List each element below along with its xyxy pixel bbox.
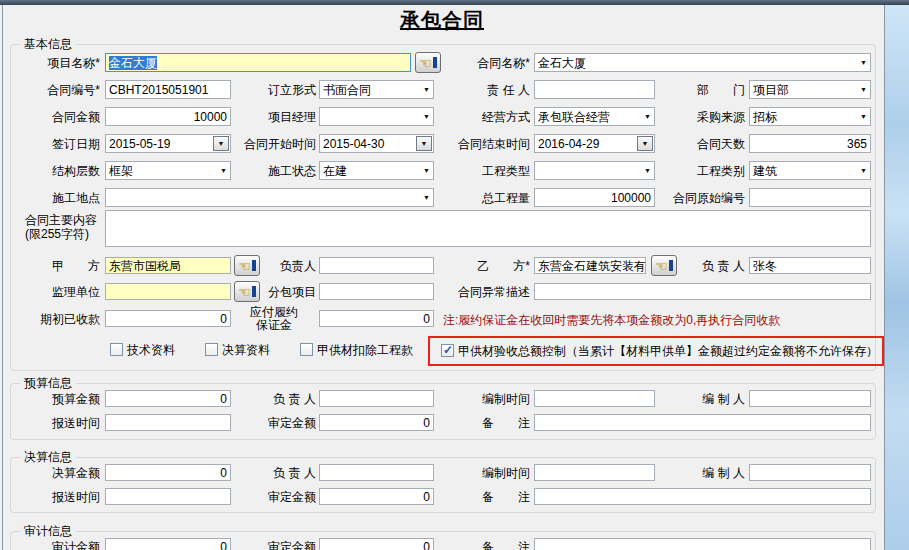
final-amount-label: 决算金额: [6, 465, 100, 482]
party-b-picker-button[interactable]: ☜: [651, 255, 677, 276]
final-approved-field[interactable]: 0: [319, 488, 434, 505]
budget-head-field[interactable]: [319, 390, 434, 407]
budget-compile-time-field[interactable]: [534, 390, 655, 407]
end-date-field[interactable]: 2016-04-29▼: [534, 134, 655, 153]
amount-field[interactable]: 10000: [105, 107, 231, 126]
window-right-frame: [885, 5, 909, 550]
budget-remark-label: 备 注: [436, 415, 530, 432]
init-received-field[interactable]: 0: [105, 310, 231, 327]
budget-head-label: 负 责 人: [226, 391, 316, 408]
budget-approved-field[interactable]: 0: [319, 414, 434, 431]
final-head-field[interactable]: [319, 464, 434, 481]
deposit-label: 应付履约 保证金: [232, 306, 316, 332]
page-title: 承包合同: [0, 7, 884, 34]
party-a-head-field[interactable]: [319, 257, 434, 274]
main-content-label: 合同主要内容 (限255字符): [25, 213, 105, 241]
window-top-edge: [0, 0, 909, 5]
calendar-dropdown-button[interactable]: ▼: [637, 136, 653, 151]
checkbox-deduct-material-label: 甲供材扣除工程款: [317, 343, 413, 357]
final-head-label: 负 责 人: [226, 465, 316, 482]
party-a-field[interactable]: 东营市国税局: [105, 257, 231, 274]
budget-submit-time-field[interactable]: [105, 414, 231, 431]
orig-no-field[interactable]: [749, 188, 871, 207]
biz-mode-dropdown[interactable]: 承包联合经营▼: [534, 107, 655, 126]
calendar-dropdown-button[interactable]: ▼: [416, 136, 432, 151]
budget-amount-label: 预算金额: [6, 391, 100, 408]
budget-remark-field[interactable]: [534, 414, 871, 431]
project-manager-dropdown[interactable]: ▼: [319, 107, 434, 126]
budget-compiler-label: 编 制 人: [654, 391, 745, 408]
location-dropdown[interactable]: ▼: [105, 188, 434, 207]
amount-label: 合同金额: [6, 109, 100, 126]
checkbox-material-total-control[interactable]: [441, 344, 454, 357]
audit-remark-field[interactable]: [534, 538, 871, 550]
budget-amount-field[interactable]: 0: [105, 390, 231, 407]
final-remark-label: 备 注: [436, 489, 530, 506]
main-content-textarea[interactable]: [105, 210, 871, 247]
supervisor-label: 监理单位: [6, 284, 100, 301]
checkbox-material-total-control-label: 甲供材验收总额控制（当累计【材料甲供单】金额超过约定金额将不允许保存）: [458, 344, 878, 358]
audit-amount-field[interactable]: 0: [105, 538, 231, 550]
audit-approved-label: 审定金额: [226, 539, 316, 550]
duty-person-field[interactable]: [534, 80, 655, 99]
final-compile-time-field[interactable]: [534, 464, 655, 481]
subproject-field[interactable]: [319, 283, 434, 300]
supervisor-field[interactable]: [105, 283, 231, 300]
project-name-field[interactable]: 金石大厦: [105, 53, 411, 72]
party-b-dropdown[interactable]: 东营金石建筑安装有▼: [534, 257, 646, 274]
structure-dropdown[interactable]: 框架▼: [105, 161, 231, 180]
duty-person-label: 责 任 人: [436, 82, 530, 99]
party-b-label: 乙 方*: [436, 258, 530, 275]
dropdown-arrow-icon: ▼: [423, 164, 430, 178]
card-icon: [669, 260, 673, 271]
proj-class-dropdown[interactable]: 建筑▼: [749, 161, 871, 180]
final-submit-time-field[interactable]: [105, 488, 231, 505]
audit-amount-label: 审计金额: [6, 539, 100, 550]
days-field[interactable]: 365: [749, 134, 871, 153]
group-final-info-title: 决算信息: [20, 450, 76, 464]
proj-type-dropdown[interactable]: ▼: [534, 161, 655, 180]
department-dropdown[interactable]: 项目部▼: [749, 80, 871, 99]
quantity-field[interactable]: 100000: [534, 188, 655, 207]
checkbox-final-docs[interactable]: [205, 343, 218, 356]
dropdown-arrow-icon: ▼: [860, 83, 867, 97]
checkbox-tech-docs-label: 技术资料: [127, 343, 175, 357]
checkbox-tech-docs[interactable]: [110, 343, 123, 356]
dropdown-arrow-icon: ▼: [860, 110, 867, 124]
final-compiler-field[interactable]: [749, 464, 871, 481]
sign-date-field[interactable]: 2015-05-19▼: [105, 134, 231, 153]
dropdown-arrow-icon: ▼: [644, 164, 651, 178]
project-manager-label: 项目经理: [226, 109, 316, 126]
start-date-field[interactable]: 2015-04-30▼: [319, 134, 434, 153]
orig-no-label: 合同原始编号: [654, 190, 745, 207]
checkbox-deduct-material[interactable]: [300, 343, 313, 356]
subproject-label: 分包项目: [226, 284, 316, 301]
final-compiler-label: 编 制 人: [654, 465, 745, 482]
final-amount-field[interactable]: 0: [105, 464, 231, 481]
dropdown-arrow-icon: ▼: [860, 56, 867, 70]
checkbox-final-docs-label: 决算资料: [222, 343, 270, 357]
structure-label: 结构层数: [6, 163, 100, 180]
contract-name-dropdown[interactable]: 金石大厦▼: [534, 53, 871, 72]
form-type-label: 订立形式: [226, 82, 316, 99]
source-dropdown[interactable]: 招标▼: [749, 107, 871, 126]
party-b-head-field[interactable]: 张冬: [749, 257, 871, 274]
budget-compiler-field[interactable]: [749, 390, 871, 407]
final-submit-time-label: 报送时间: [6, 489, 100, 506]
final-remark-field[interactable]: [534, 488, 871, 505]
contract-name-label: 合同名称*: [436, 55, 530, 72]
start-date-label: 合同开始时间: [226, 136, 316, 153]
dropdown-arrow-icon: ▼: [860, 164, 867, 178]
deposit-field[interactable]: 0: [319, 310, 434, 327]
form-type-dropdown[interactable]: 书面合同▼: [319, 80, 434, 99]
party-a-label: 甲 方: [6, 258, 100, 275]
deposit-note: 注:履约保证金在收回时需要先将本项金额改为0,再执行合同收款: [443, 312, 780, 329]
abnormal-field[interactable]: [534, 283, 871, 300]
quantity-label: 总工程量: [436, 190, 530, 207]
budget-compile-time-label: 编制时间: [436, 391, 530, 408]
hand-pointer-icon: ☜: [655, 259, 668, 273]
sign-date-label: 签订日期: [6, 136, 100, 153]
audit-approved-field[interactable]: 0: [319, 538, 434, 550]
contract-no-field[interactable]: CBHT2015051901: [105, 80, 231, 99]
build-status-dropdown[interactable]: 在建▼: [319, 161, 434, 180]
